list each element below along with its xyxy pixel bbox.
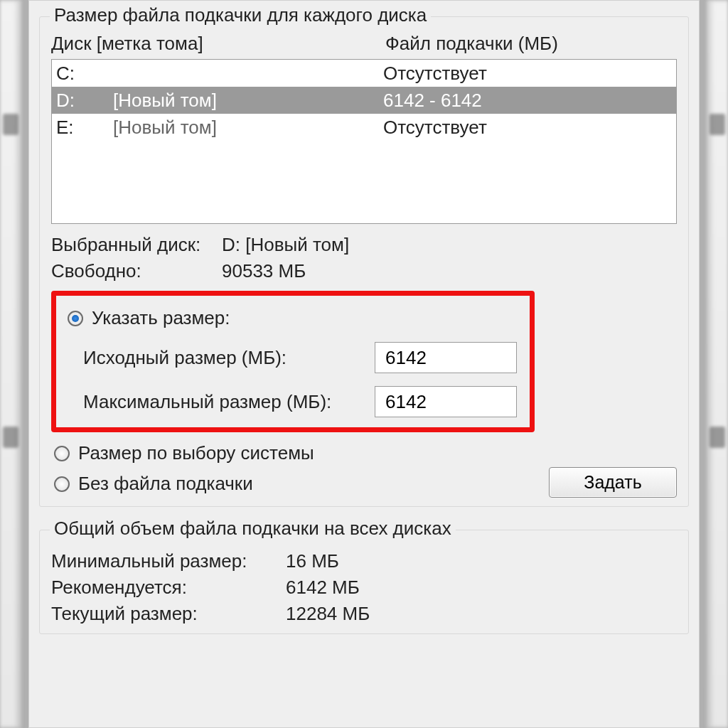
max-size-row: Максимальный размер (МБ): <box>83 386 521 417</box>
list-item[interactable]: E: [Новый том] Отсутствует <box>52 114 676 141</box>
radio-no-paging[interactable]: Без файла подкачки <box>54 473 549 495</box>
initial-size-input[interactable] <box>375 342 517 373</box>
group-per-drive: Размер файла подкачки для каждого диска … <box>39 16 689 507</box>
drive-letter: C: <box>56 61 113 85</box>
free-space-label: Свободно: <box>51 260 222 282</box>
min-size-value: 16 МБ <box>286 550 677 572</box>
radio-system-managed[interactable]: Размер по выбору системы <box>54 442 677 464</box>
max-size-label: Максимальный размер (МБ): <box>83 391 375 413</box>
decorative-right-strip <box>707 0 728 728</box>
max-size-input[interactable] <box>375 386 517 417</box>
free-space-value: 90533 МБ <box>222 260 677 282</box>
radio-icon <box>68 311 83 326</box>
list-item[interactable]: C: Отсутствует <box>52 60 676 87</box>
cur-size-row: Текущий размер: 12284 МБ <box>51 603 677 625</box>
radio-icon <box>54 476 70 492</box>
initial-size-label: Исходный размер (МБ): <box>83 347 375 369</box>
drive-listbox[interactable]: C: Отсутствует D: [Новый том] 6142 - 614… <box>51 59 677 224</box>
drive-paging: Отсутствует <box>383 115 672 139</box>
radio-none-label: Без файла подкачки <box>78 473 253 495</box>
min-size-label: Минимальный размер: <box>51 550 286 572</box>
list-item[interactable]: D: [Новый том] 6142 - 6142 <box>52 87 676 114</box>
initial-size-row: Исходный размер (МБ): <box>83 342 521 373</box>
drive-paging: 6142 - 6142 <box>383 88 672 112</box>
selected-drive-label: Выбранный диск: <box>51 234 222 256</box>
cur-size-label: Текущий размер: <box>51 603 286 625</box>
drive-label: [Новый том] <box>113 115 383 139</box>
col-header-paging: Файл подкачки (МБ) <box>385 33 677 55</box>
highlight-custom-size: Указать размер: Исходный размер (МБ): Ма… <box>51 291 535 432</box>
drive-paging: Отсутствует <box>383 61 672 85</box>
radio-system-label: Размер по выбору системы <box>78 442 314 464</box>
no-paging-and-set-row: Без файла подкачки Задать <box>51 467 677 498</box>
virtual-memory-dialog: Размер файла подкачки для каждого диска … <box>28 0 700 728</box>
min-size-row: Минимальный размер: 16 МБ <box>51 550 677 572</box>
set-button[interactable]: Задать <box>549 467 677 498</box>
drive-letter: D: <box>56 88 113 112</box>
selected-drive-row: Выбранный диск: D: [Новый том] <box>51 234 677 256</box>
rec-size-row: Рекомендуется: 6142 МБ <box>51 577 677 599</box>
radio-custom-size[interactable]: Указать размер: <box>68 307 521 329</box>
drive-list-header: Диск [метка тома] Файл подкачки (МБ) <box>51 33 677 55</box>
rec-size-label: Рекомендуется: <box>51 577 286 599</box>
selected-drive-value: D: [Новый том] <box>222 234 677 256</box>
col-header-drive: Диск [метка тома] <box>51 33 385 55</box>
group-total: Общий объем файла подкачки на всех диска… <box>39 530 689 634</box>
radio-custom-label: Указать размер: <box>92 307 230 329</box>
drive-letter: E: <box>56 115 113 139</box>
radio-icon <box>54 446 70 461</box>
group-per-drive-legend: Размер файла подкачки для каждого диска <box>50 4 431 26</box>
group-total-legend: Общий объем файла подкачки на всех диска… <box>50 518 456 540</box>
free-space-row: Свободно: 90533 МБ <box>51 260 677 282</box>
decorative-left-strip <box>0 0 21 728</box>
cur-size-value: 12284 МБ <box>286 603 677 625</box>
drive-label <box>113 61 383 85</box>
drive-label: [Новый том] <box>113 88 383 112</box>
rec-size-value: 6142 МБ <box>286 577 677 599</box>
